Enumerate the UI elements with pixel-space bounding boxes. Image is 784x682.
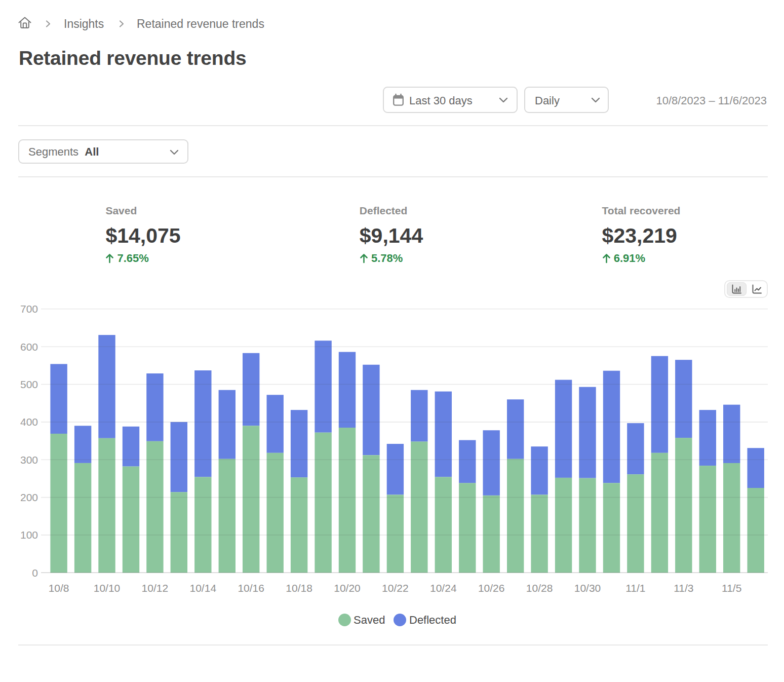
svg-text:400: 400 [20,416,38,428]
svg-text:200: 200 [20,491,38,503]
svg-text:10/18: 10/18 [286,582,312,594]
svg-text:10/16: 10/16 [238,582,264,594]
svg-text:10/8: 10/8 [49,582,69,594]
svg-text:300: 300 [20,454,38,466]
svg-text:10/14: 10/14 [190,582,217,594]
svg-text:10/26: 10/26 [478,582,505,594]
svg-text:10/22: 10/22 [382,582,409,594]
svg-text:10/28: 10/28 [526,582,553,594]
svg-text:700: 700 [20,303,38,315]
svg-text:100: 100 [20,529,38,541]
svg-text:600: 600 [20,341,38,353]
svg-text:500: 500 [20,378,38,390]
svg-text:11/3: 11/3 [674,582,693,594]
svg-text:10/30: 10/30 [574,582,601,594]
svg-text:10/24: 10/24 [430,582,457,594]
svg-text:11/1: 11/1 [625,582,645,594]
svg-text:0: 0 [32,567,38,579]
svg-text:10/20: 10/20 [334,582,361,594]
svg-text:10/10: 10/10 [94,582,121,594]
svg-text:11/5: 11/5 [722,582,741,594]
svg-text:10/12: 10/12 [142,582,169,594]
